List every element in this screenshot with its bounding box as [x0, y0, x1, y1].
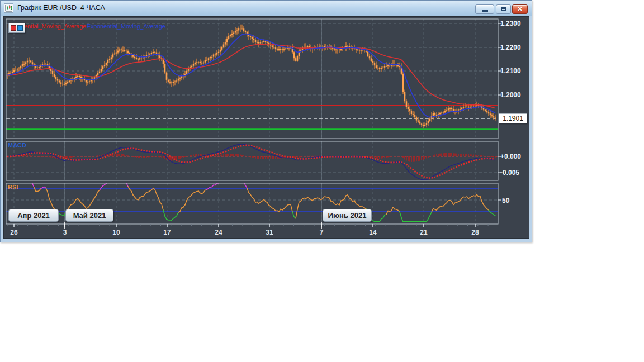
chart-client-area [3, 16, 529, 239]
minimize-icon [482, 10, 488, 12]
close-icon: ✕ [517, 6, 522, 13]
candlestick-chart-icon [4, 3, 13, 13]
desktop: { "window": { "title": "График EUR /USD … [0, 0, 644, 362]
maximize-button[interactable] [496, 4, 511, 14]
chart-canvas [4, 17, 529, 238]
window-title: График EUR /USD 4 ЧАСА [17, 4, 105, 12]
minimize-button[interactable] [475, 4, 494, 14]
maximize-icon [501, 7, 506, 11]
chart-window: График EUR /USD 4 ЧАСА ✕ Exponential_Mov… [0, 0, 532, 242]
close-button[interactable]: ✕ [512, 4, 528, 14]
title-bar[interactable]: График EUR /USD 4 ЧАСА ✕ [1, 1, 532, 16]
chart-plot-area[interactable] [4, 17, 529, 238]
